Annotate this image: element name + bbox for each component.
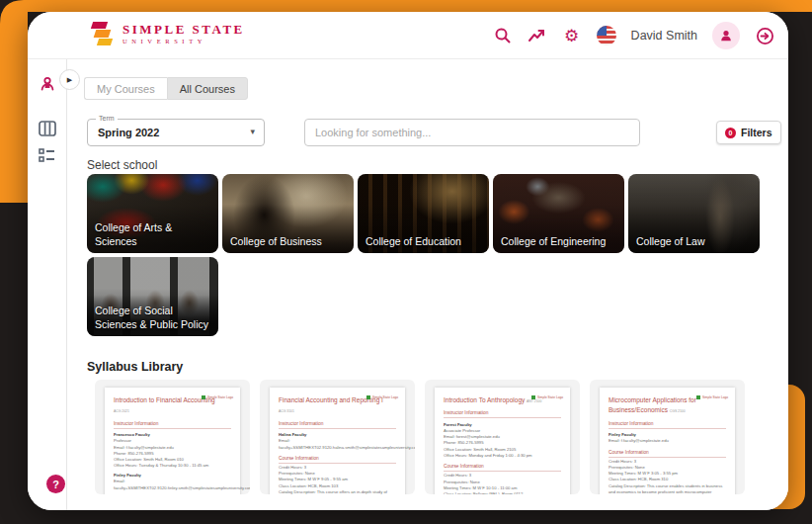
- app-header: SIMPLE STATE UNIVERSITY ⚙ David Smith: [28, 12, 788, 59]
- logo-title: SIMPLE STATE: [122, 23, 245, 36]
- course-info: Credit Hours: 3 Prerequisites: None Meet…: [609, 459, 726, 494]
- settings-gear-icon[interactable]: ⚙: [562, 26, 582, 45]
- search-input[interactable]: [304, 119, 640, 146]
- main-content: My Courses All Courses Term Spring 2022 …: [67, 59, 788, 510]
- question-mark-icon: ?: [52, 479, 59, 490]
- profile-person-icon[interactable]: [712, 22, 740, 49]
- filters-count-badge: 0: [725, 128, 736, 138]
- tab-my-courses[interactable]: My Courses: [84, 77, 167, 100]
- school-card-business[interactable]: College of Business: [222, 174, 354, 253]
- syllabus-doc-financial-accounting[interactable]: Simple State Logo Introduction to Financ…: [95, 380, 250, 494]
- school-card-label: College of Business: [230, 234, 348, 248]
- course-info: Credit Hours: 3 Prerequisites: None Meet…: [444, 473, 561, 494]
- sidebar: [28, 59, 67, 510]
- syllabus-doc-microcomputer-applications[interactable]: Simple State Logo Microcomputer Applicat…: [590, 380, 745, 494]
- app-window: SIMPLE STATE UNIVERSITY ⚙ David Smith: [28, 12, 788, 510]
- school-card-social-sciences[interactable]: College of Social Sciences & Public Poli…: [87, 257, 218, 336]
- school-logo-badge: Simple State Logo: [531, 395, 563, 399]
- faculty-details: Email: faculty+SSMITHEXT02.9120.finley.s…: [114, 479, 231, 491]
- course-tabs: My Courses All Courses: [84, 77, 248, 100]
- syllabus-page: Simple State Logo Introduction To Anthro…: [435, 388, 570, 494]
- faculty-details: Email: faculty+SSMITHEXT02.9120.halina.s…: [279, 438, 396, 451]
- logo-placeholder-icon: [696, 395, 700, 399]
- school-card-engineering[interactable]: College of Engineering: [493, 174, 624, 253]
- faculty-details: Professor Email: f.faculty@simplestate.e…: [114, 438, 231, 469]
- filters-button-label: Filters: [741, 127, 772, 138]
- school-card-label: College of Arts & Sciences: [95, 220, 212, 248]
- syllabus-page: Simple State Logo Financial Accounting a…: [270, 388, 405, 494]
- course-info: Credit Hours: 3 Prerequisites: None Meet…: [279, 465, 396, 494]
- school-cards-row-2: College of Social Sciences & Public Poli…: [87, 257, 218, 336]
- logo-placeholder-icon: [202, 395, 205, 399]
- school-logo-badge: Simple State Logo: [202, 395, 233, 399]
- school-card-label: College of Education: [365, 234, 483, 248]
- school-card-label: College of Law: [636, 234, 754, 248]
- doc-section-heading: Instructor Information: [114, 421, 231, 429]
- school-card-label: College of Engineering: [501, 234, 618, 248]
- doc-course-code: ACG 3101: [279, 409, 294, 413]
- school-card-label: College of Social Sciences & Public Poli…: [95, 304, 212, 331]
- school-card-law[interactable]: College of Law: [628, 174, 760, 253]
- syllabus-doc-financial-reporting[interactable]: Simple State Logo Financial Accounting a…: [260, 380, 415, 494]
- faculty-name: Finley Faculty: [609, 432, 726, 437]
- doc-section-heading: Course Information: [444, 464, 561, 472]
- doc-course-code: CGS 2100: [670, 409, 686, 413]
- doc-section-heading: Instructor Information: [279, 421, 396, 429]
- us-flag-language-icon[interactable]: [597, 26, 616, 45]
- term-select[interactable]: Term Spring 2022 ▾: [87, 119, 265, 146]
- faculty-details: Email: f.faculty@simplestate.edu: [609, 438, 726, 444]
- sidebar-expand-button[interactable]: ▶: [59, 69, 80, 90]
- faculty-name: Forest Faculty: [444, 422, 561, 427]
- doc-section-heading: Course Information: [279, 456, 396, 464]
- syllabus-doc-anthropology[interactable]: Simple State Logo Introduction To Anthro…: [425, 380, 580, 494]
- user-name: David Smith: [631, 29, 697, 43]
- school-cards-row-1: College of Arts & Sciences College of Bu…: [87, 174, 760, 253]
- syllabus-page: Simple State Logo Introduction to Financ…: [105, 388, 240, 494]
- tab-all-courses[interactable]: All Courses: [167, 77, 248, 100]
- doc-course-code: ANT 2100: [527, 399, 541, 403]
- trending-icon[interactable]: [528, 26, 547, 45]
- preferences-list-icon[interactable]: [28, 148, 67, 162]
- syllabus-library-heading: Syllabus Library: [87, 360, 183, 374]
- school-card-arts-sciences[interactable]: College of Arts & Sciences: [87, 174, 218, 253]
- term-select-label: Term: [96, 115, 118, 122]
- term-select-value: Spring 2022: [98, 127, 159, 138]
- doc-course-code: ACG 2021: [114, 409, 129, 413]
- select-school-heading: Select school: [87, 158, 157, 172]
- chevron-down-icon: ▾: [250, 127, 255, 136]
- doc-section-heading: Instructor Information: [609, 421, 726, 429]
- filters-button[interactable]: 0 Filters: [716, 121, 781, 144]
- logo-placeholder-icon: [531, 395, 535, 399]
- university-logo-icon: [91, 21, 115, 46]
- chevron-right-icon: ▶: [67, 76, 72, 84]
- search-icon[interactable]: [493, 26, 513, 45]
- doc-section-heading: Instructor Information: [444, 410, 561, 418]
- school-logo-badge: Simple State Logo: [366, 395, 398, 399]
- faculty-details: Associate Professor Email: forest@simple…: [444, 428, 561, 459]
- faculty-name: Finley Faculty: [114, 473, 231, 478]
- logo-subtitle: UNIVERSITY: [122, 39, 245, 45]
- school-card-education[interactable]: College of Education: [358, 174, 489, 253]
- syllabus-page: Simple State Logo Microcomputer Applicat…: [600, 388, 735, 494]
- school-logo-badge: Simple State Logo: [696, 395, 728, 399]
- faculty-name: Francesco Faculty: [114, 432, 231, 437]
- help-button[interactable]: ?: [46, 475, 65, 493]
- screen: SIMPLE STATE UNIVERSITY ⚙ David Smith: [0, 0, 812, 524]
- university-logo[interactable]: SIMPLE STATE UNIVERSITY: [91, 21, 245, 46]
- doc-section-heading: Course Information: [609, 450, 726, 458]
- faculty-name: Halina Faculty: [279, 432, 396, 437]
- logo-placeholder-icon: [366, 395, 370, 399]
- courses-grid-icon[interactable]: [28, 121, 67, 136]
- syllabus-docs-row: Simple State Logo Introduction to Financ…: [95, 380, 745, 494]
- logout-icon[interactable]: [755, 26, 774, 45]
